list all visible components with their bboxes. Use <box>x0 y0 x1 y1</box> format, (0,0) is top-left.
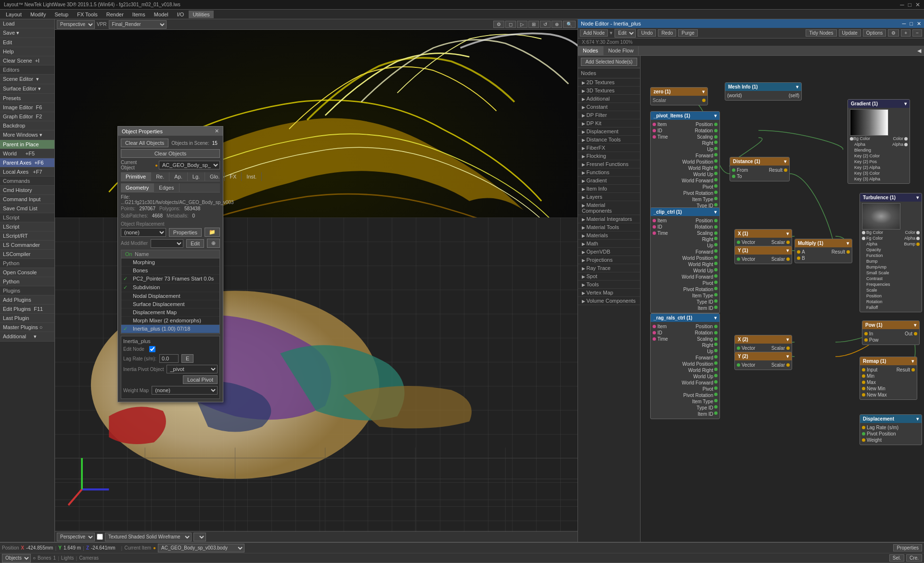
category-item-info[interactable]: Item Info <box>578 185 640 193</box>
close-btn[interactable]: ✕ <box>915 1 920 8</box>
category-2d-textures[interactable]: 2D Textures <box>578 78 640 87</box>
category-math[interactable]: Math <box>578 240 640 248</box>
category-gradient[interactable]: Gradient <box>578 177 640 185</box>
category-volume-components[interactable]: Volume Components <box>578 297 640 305</box>
menu-setup[interactable]: Setup <box>51 11 72 18</box>
tidy-nodes-btn[interactable]: Tidy Nodes <box>806 29 836 37</box>
modifier-inertia-plus[interactable]: ✓ Inertia_plus (1.00) 07/18 <box>121 325 219 333</box>
sidebar-btn-graph-editor[interactable]: Graph Editor F2 <box>0 112 54 121</box>
object-replacement-select[interactable]: (none) <box>121 228 166 237</box>
modifier-subdivision[interactable]: ✓ Subdivision <box>121 283 219 292</box>
node-clip-ctrl[interactable]: _clip_ctrl (1) ▾ Item Position ID Rotati… <box>650 207 720 313</box>
purge-btn[interactable]: Purge <box>678 29 698 37</box>
tab-inst[interactable]: Inst. <box>242 172 262 181</box>
folder-btn[interactable]: 📁 <box>205 228 220 237</box>
category-spot[interactable]: Spot <box>578 272 640 281</box>
node-zero[interactable]: zero (1) ▾ Scalar <box>650 87 708 105</box>
sidebar-btn-scene-editor[interactable]: Scene Editor ▾ <box>0 75 54 84</box>
category-fresnel-functions[interactable]: Fresnel Functions <box>578 160 640 168</box>
tab-ap[interactable]: Ap. <box>169 172 188 181</box>
sidebar-btn-master-plugins[interactable]: Master Plugins ○ <box>0 323 54 332</box>
node-displacement[interactable]: Displacement ▾ Lag Rate (s/m) Pivot Posi… <box>860 414 922 445</box>
undo-btn[interactable]: Undo <box>638 29 656 37</box>
sidebar-btn-command-input[interactable]: Command Input <box>0 195 54 204</box>
menu-items[interactable]: Items <box>128 11 149 18</box>
sidebar-btn-python[interactable]: Python <box>0 277 54 286</box>
modifier-nodal-displacement[interactable]: Nodal Displacement <box>121 292 219 300</box>
sidebar-btn-last-plugin[interactable]: Last Plugin <box>0 314 54 323</box>
tab-nodes[interactable]: Nodes <box>578 46 603 55</box>
inertia-pivot-select[interactable]: _pivot <box>167 365 218 373</box>
node-x1[interactable]: X (1) ▾ Vector Scalar <box>734 229 792 247</box>
ne-minimize-btn[interactable]: ─ <box>902 21 906 27</box>
weight-map-select[interactable]: (none) <box>152 386 218 395</box>
node-x2[interactable]: X (2) ▾ Vector Scalar <box>734 335 792 353</box>
category-projections[interactable]: Projections <box>578 256 640 264</box>
tab-glo[interactable]: Glo. <box>205 172 225 181</box>
viewport-check[interactable] <box>97 534 103 540</box>
sidebar-btn-edit-plugins[interactable]: Edit Plugins F11 <box>0 305 54 314</box>
menu-modify[interactable]: Modify <box>26 11 50 18</box>
sidebar-btn-surface-editor[interactable]: Surface Editor ▾ <box>0 84 54 94</box>
category-tools[interactable]: Tools <box>578 281 640 289</box>
sidebar-btn-open-console[interactable]: Open Console <box>0 268 54 277</box>
sidebar-btn-cmd-history[interactable]: Cmd History <box>0 186 54 195</box>
sidebar-btn-more-windows[interactable]: More Windows ▾ <box>0 130 54 140</box>
dialog-titlebar[interactable]: Object Properties ✕ <box>118 127 223 136</box>
node-canvas[interactable]: zero (1) ▾ Scalar Mesh Info (1) ▾ <box>641 56 924 542</box>
category-additional[interactable]: Additional <box>578 95 640 103</box>
tab-lg[interactable]: Lg. <box>188 172 205 181</box>
render-target-select[interactable]: Final_Render <box>109 20 167 29</box>
sidebar-btn-lscript[interactable]: LScript <box>0 222 54 231</box>
sidebar-btn-lscript-rt[interactable]: LScript/RT <box>0 231 54 241</box>
display-mode-select[interactable]: Textured Shaded Solid Wireframe <box>105 533 192 541</box>
tab-geometry[interactable]: Geometry <box>121 183 154 192</box>
dialog-close-btn[interactable]: ✕ <box>215 128 219 134</box>
sidebar-btn-load[interactable]: Load <box>0 19 54 28</box>
ne-settings-btn[interactable]: ⚙ <box>888 29 899 37</box>
tab-re[interactable]: Re. <box>151 172 169 181</box>
ne-zoom-in-btn[interactable]: + <box>901 29 911 37</box>
add-node-btn[interactable]: Add Node <box>580 29 608 37</box>
properties-btn[interactable]: Properties <box>169 228 202 237</box>
sidebar-btn-save-cmd-list[interactable]: Save Cmd List <box>0 204 54 213</box>
menu-utilities[interactable]: Utilities <box>189 11 213 18</box>
category-flocking[interactable]: Flocking <box>578 152 640 160</box>
category-distance-tools[interactable]: Distance Tools <box>578 136 640 144</box>
category-constant[interactable]: Constant <box>578 103 640 111</box>
category-3d-textures[interactable]: 3D Textures <box>578 87 640 95</box>
tab-fx[interactable]: FX <box>225 172 242 181</box>
vp-btn-3[interactable]: ▷ <box>517 21 527 28</box>
lag-rate-btn[interactable]: E <box>181 354 193 363</box>
node-y2[interactable]: Y (2) ▾ Vector Scalar <box>734 352 792 370</box>
sidebar-btn-add-plugins[interactable]: Add Plugins <box>0 295 54 305</box>
node-multiply[interactable]: Multiply (1) ▾ A Result B <box>795 239 852 263</box>
node-remap[interactable]: Remap (1) ▾ Input Result Min Max New Min… <box>860 357 917 400</box>
edit-select[interactable]: Edit <box>615 29 636 38</box>
add-selected-node-btn[interactable]: Add Selected Node(s) <box>581 58 637 66</box>
ne-toggle-btn[interactable]: ◀ <box>914 46 924 55</box>
menu-model[interactable]: Model <box>150 11 172 18</box>
category-layers[interactable]: Layers <box>578 193 640 201</box>
lag-rate-input[interactable] <box>159 354 179 363</box>
ne-close-btn[interactable]: ✕ <box>917 21 921 27</box>
category-functions[interactable]: Functions <box>578 168 640 177</box>
node-gradient[interactable]: Gradient (1) ▾ Bg ColorColor AlphaAlpha … <box>847 99 910 184</box>
category-ray-trace[interactable]: Ray Trace <box>578 264 640 272</box>
sidebar-btn-help[interactable]: Help <box>0 47 54 56</box>
modifier-morph-mixer[interactable]: Morph Mixer (2 endomorphs) <box>121 317 219 325</box>
node-turbulence[interactable]: Turbulence (1) ▾ Bg ColorColor Fg ColorA… <box>860 193 922 312</box>
node-distance[interactable]: Distance (1) ▾ From Result To <box>730 157 790 181</box>
node-pow[interactable]: Pow (1) ▾ In Out Pow <box>862 320 920 345</box>
add-modifier-select[interactable] <box>151 239 183 248</box>
vp-btn-1[interactable]: ⚙ <box>493 21 504 28</box>
modifier-morphing[interactable]: Morphing <box>121 258 219 267</box>
node-pivot-items[interactable]: _pivot_Items (1) ▾ Item Position ID Rota… <box>650 111 720 217</box>
local-pivot-btn[interactable]: Local Pivot <box>183 375 218 384</box>
current-item-select[interactable]: AC_GEO_Body_sp_v003.body <box>158 544 244 552</box>
category-material-tools[interactable]: Material Tools <box>578 223 640 231</box>
category-dp-kit[interactable]: DP Kit <box>578 119 640 128</box>
node-rag-rals-ctrl[interactable]: _rag_rals_ctrl (1) ▾ Item Position ID Ro… <box>650 313 720 419</box>
node-y1[interactable]: Y (1) ▾ Vector Scalar <box>734 246 792 264</box>
sidebar-btn-additional[interactable]: Additional ▾ <box>0 332 54 342</box>
